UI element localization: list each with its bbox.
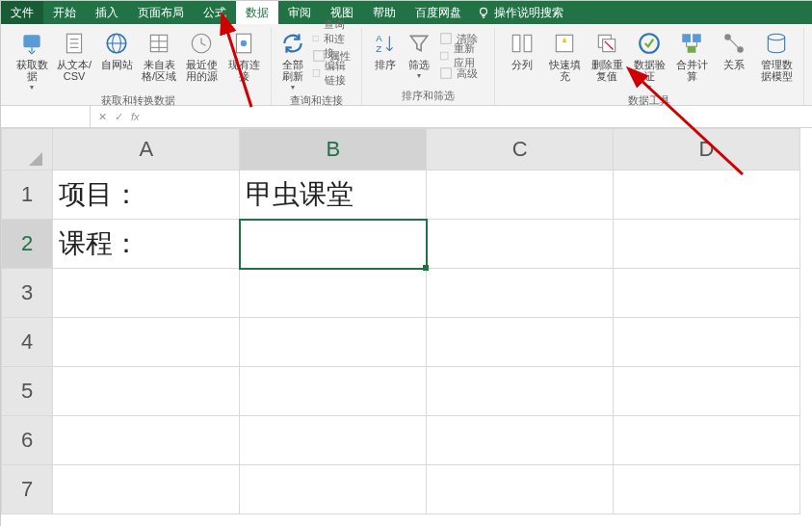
svg-rect-34 [693,34,701,42]
cell-A4[interactable] [53,318,240,367]
ribbon-label: 现有连接 [224,59,263,82]
row-header-3[interactable]: 3 [2,269,53,318]
ribbon-existing[interactable]: 现有连接 [223,28,265,82]
svg-rect-26 [512,35,520,51]
cell-D3[interactable] [614,269,800,318]
svg-rect-3 [23,35,39,47]
ribbon-group-label: 获取和转换数据 [101,93,175,108]
cell-C4[interactable] [427,318,614,367]
cancel-icon: ✕ [98,111,107,123]
svg-rect-27 [524,35,532,51]
cell-C6[interactable] [427,416,614,465]
cell-D5[interactable] [614,367,800,416]
cell-B5[interactable] [240,367,427,416]
svg-rect-33 [682,34,691,42]
cell-B6[interactable] [240,416,427,465]
menu-tab-公式[interactable]: 公式 [194,1,236,24]
row-header-1[interactable]: 1 [2,171,53,220]
ribbon-label: 自网站 [101,59,133,70]
ribbon-label: 数据验证 [630,59,668,82]
menu-file[interactable]: 文件 [1,1,43,24]
cell-C1[interactable] [427,171,614,220]
svg-point-39 [768,34,784,40]
ribbon-filter[interactable]: 筛选▾ [402,28,435,80]
cell-B4[interactable] [240,318,427,367]
ribbon-sort[interactable]: AZ排序 [368,28,402,70]
cell-D2[interactable] [614,220,800,269]
ribbon-from-table[interactable]: 来自表格/区域 [138,28,180,82]
cell-A5[interactable] [53,367,240,416]
fx-icon[interactable]: fx [131,111,140,122]
cell-A3[interactable] [53,269,240,318]
svg-text:A: A [376,33,382,43]
from-web-icon [103,30,130,57]
ribbon-stack-item[interactable]: 查询和连接 [308,30,355,47]
enter-icon: ✓ [115,111,123,123]
col-header-A[interactable]: A [53,129,240,171]
menu-tab-开始[interactable]: 开始 [43,1,86,24]
tell-me[interactable]: 操作说明搜索 [477,5,563,21]
ribbon-flash-fill[interactable]: 快速填充 [543,28,586,82]
ribbon-stack-item[interactable]: 高级 [435,65,488,82]
svg-point-0 [481,8,487,14]
cell-A1[interactable]: 项目： [53,171,240,220]
ribbon-remove-dup[interactable]: 删除重复值 [586,28,628,82]
col-header-B[interactable]: B [240,129,427,171]
col-header-D[interactable]: D [614,129,800,171]
name-box[interactable] [1,106,91,127]
ribbon-group-label: 数据工具 [628,93,670,108]
cell-B2[interactable] [240,220,427,269]
cell-B1[interactable]: 甲虫课堂 [240,171,427,220]
ribbon-label: 分列 [511,59,533,70]
ribbon-get-data[interactable]: 获取数据▾ [11,28,53,92]
ribbon-relations[interactable]: 关系 [713,28,755,70]
ribbon-label: 最近使用的源 [182,59,221,82]
ribbon-data-model[interactable]: 管理数据模型 [755,28,798,82]
cell-D1[interactable] [614,171,800,220]
cell-C7[interactable] [427,465,614,514]
ribbon-label: 排序 [375,59,396,70]
data-model-icon [763,30,790,57]
ribbon-label: 从文本/CSV [55,59,93,82]
col-header-C[interactable]: C [427,129,614,171]
tell-me-label: 操作说明搜索 [494,5,563,21]
cell-C5[interactable] [427,367,614,416]
cell-D7[interactable] [614,465,800,514]
ribbon-label: 来自表格/区域 [140,59,178,82]
ribbon-refresh-all[interactable]: 全部刷新▾ [277,28,308,92]
row-header-4[interactable]: 4 [2,318,53,367]
ribbon-data-validation[interactable]: 数据验证▾ [628,28,670,92]
menu-tab-页面布局[interactable]: 页面布局 [128,1,194,24]
row-header-6[interactable]: 6 [2,416,53,465]
row-header-2[interactable]: 2 [2,220,53,269]
flash-fill-icon [551,30,578,57]
select-all-corner[interactable] [2,129,53,171]
menu-tab-帮助[interactable]: 帮助 [363,1,406,24]
cell-D6[interactable] [614,416,800,465]
data-validation-icon [636,30,663,57]
svg-point-17 [241,40,248,47]
ribbon-from-web[interactable]: 自网站 [95,28,138,70]
svg-rect-35 [688,46,696,53]
ribbon-recent[interactable]: 最近使用的源 [180,28,223,82]
existing-icon [230,30,257,57]
cell-C2[interactable] [427,220,614,269]
cell-B3[interactable] [240,269,427,318]
ribbon-from-csv[interactable]: 从文本/CSV [53,28,95,82]
cell-A2[interactable]: 课程： [53,220,240,269]
ribbon-stack-item[interactable]: 编辑链接 [308,65,355,82]
menu-tab-审阅[interactable]: 审阅 [278,1,321,24]
ribbon-text-to-cols[interactable]: 分列 [501,28,543,70]
cell-A6[interactable] [53,416,240,465]
cell-C3[interactable] [427,269,614,318]
menu-tab-数据[interactable]: 数据 [236,1,278,24]
menu-tab-百度网盘[interactable]: 百度网盘 [406,1,471,24]
ribbon-stack-item[interactable]: 重新应用 [435,47,488,65]
row-header-5[interactable]: 5 [2,367,53,416]
cell-A7[interactable] [53,465,240,514]
cell-D4[interactable] [614,318,800,367]
row-header-7[interactable]: 7 [2,465,53,514]
ribbon-consolidate[interactable]: 合并计算 [670,28,713,82]
cell-B7[interactable] [240,465,427,514]
menu-tab-插入[interactable]: 插入 [86,1,128,24]
